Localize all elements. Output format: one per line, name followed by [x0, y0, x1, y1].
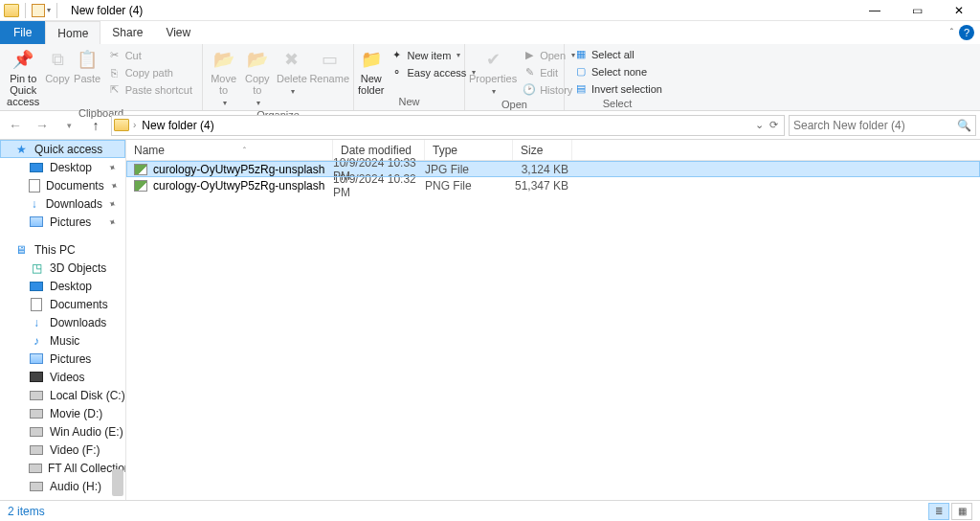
sidebar-item-ft-all[interactable]: FT All Collection [0, 459, 125, 477]
new-folder-button[interactable]: 📁 New folder [358, 46, 385, 96]
minimize-button[interactable]: ― [854, 0, 896, 21]
pin-icon: ✦ [106, 161, 118, 174]
column-headers: Nameˆ Date modified Type Size [126, 140, 980, 161]
pin-to-quick-access-button[interactable]: 📌 Pin to Quick access [4, 46, 42, 107]
column-type[interactable]: Type [425, 140, 513, 160]
copy-path-button[interactable]: ⎘Copy path [104, 64, 196, 80]
copy-path-icon: ⎘ [108, 66, 122, 79]
sidebar-item-desktop-pc[interactable]: Desktop [0, 277, 125, 295]
delete-button[interactable]: ✖ Delete▾ [274, 46, 309, 98]
sidebar-item-this-pc[interactable]: 🖥This PC [0, 240, 125, 259]
sidebar-item-win-audio-e[interactable]: Win Audio (E:) [0, 422, 125, 441]
separator [56, 3, 57, 18]
pictures-icon [30, 353, 43, 364]
recent-locations-button[interactable]: ▾ [57, 114, 80, 137]
select-all-button[interactable]: ▦Select all [570, 46, 666, 62]
chevron-right-icon[interactable]: › [133, 120, 136, 130]
sidebar-item-documents[interactable]: Documents✦ [0, 176, 125, 194]
sidebar-item-local-disk[interactable]: Local Disk (C:) [0, 386, 125, 404]
ribbon-group-select: ▦Select all ▢Select none ▤Invert selecti… [565, 44, 670, 110]
download-icon: ↓ [29, 316, 44, 329]
sidebar-item-documents-pc[interactable]: Documents [0, 295, 125, 313]
properties-button[interactable]: ✔ Properties▾ [469, 46, 517, 98]
search-box[interactable]: 🔍 [789, 115, 976, 136]
move-to-button[interactable]: 📂 Move to▾ [207, 46, 240, 109]
address-bar[interactable]: › New folder (4) ⌄ ⟳ [111, 115, 785, 136]
disk-icon [29, 464, 42, 473]
table-row[interactable]: curology-OyUtwyP5zRg-unsplash10/9/2024 1… [126, 161, 980, 177]
icons-view-button[interactable]: ▦ [951, 503, 972, 520]
image-thumbnail-icon [134, 164, 147, 175]
music-icon: ♪ [29, 334, 44, 348]
details-view-button[interactable]: ≣ [928, 503, 949, 520]
help-icon[interactable]: ? [959, 25, 974, 40]
sidebar-item-video-f[interactable]: Video (F:) [0, 441, 125, 459]
close-button[interactable]: ✕ [938, 0, 980, 21]
up-button[interactable]: ↑ [84, 114, 107, 137]
paste-shortcut-button[interactable]: ⇱Paste shortcut [104, 81, 196, 98]
tab-home[interactable]: Home [45, 21, 100, 44]
title-bar: ▾ New folder (4) ― ▭ ✕ [0, 0, 980, 21]
tab-file[interactable]: File [0, 21, 45, 44]
window-title: New folder (4) [65, 4, 143, 17]
sidebar-item-desktop[interactable]: Desktop✦ [0, 158, 125, 176]
tab-view[interactable]: View [154, 21, 202, 44]
cut-button[interactable]: ✂Cut [104, 47, 196, 63]
ribbon-group-new: 📁 New folder ✦New item▾ ⚬Easy access▾ Ne… [354, 44, 465, 110]
sidebar-item-movie-d[interactable]: Movie (D:) [0, 404, 125, 422]
sidebar-item-videos[interactable]: Videos [0, 368, 125, 386]
disk-icon [30, 482, 43, 491]
navigation-pane[interactable]: ★Quick access Desktop✦ Documents✦ ↓Downl… [0, 140, 126, 500]
pin-icon: ✦ [106, 215, 118, 229]
sort-indicator-icon: ˆ [243, 146, 246, 155]
group-label: Select [565, 98, 670, 110]
copy-icon: ⧉ [46, 48, 69, 71]
minimize-ribbon-icon[interactable]: ˆ [950, 28, 953, 38]
video-icon [30, 372, 43, 382]
maximize-button[interactable]: ▭ [896, 0, 938, 21]
desktop-icon [30, 163, 43, 172]
cut-icon: ✂ [108, 49, 122, 62]
desktop-icon [30, 282, 43, 291]
sidebar-item-downloads-pc[interactable]: ↓Downloads [0, 313, 125, 331]
status-bar: 2 items ≣ ▦ [0, 500, 980, 521]
download-icon: ↓ [29, 197, 40, 211]
sidebar-item-downloads[interactable]: ↓Downloads✦ [0, 194, 125, 213]
column-size[interactable]: Size [513, 140, 572, 160]
paste-button[interactable]: 📋 Paste [73, 46, 102, 84]
copy-to-button[interactable]: 📂 Copy to▾ [240, 46, 274, 109]
file-type: JPG File [425, 163, 513, 176]
sidebar-item-pictures[interactable]: Pictures✦ [0, 213, 125, 231]
app-icon [32, 4, 45, 17]
edit-icon: ✎ [523, 66, 536, 79]
sidebar-item-quick-access[interactable]: ★Quick access [0, 140, 125, 158]
refresh-icon[interactable]: ⟳ [769, 119, 778, 131]
scrollbar-thumb[interactable] [112, 469, 123, 496]
ribbon-group-organize: 📂 Move to▾ 📂 Copy to▾ ✖ Delete▾ ▭ Rename… [203, 44, 354, 110]
pin-icon: ✦ [107, 179, 119, 193]
navigation-bar: ← → ▾ ↑ › New folder (4) ⌄ ⟳ 🔍 [0, 111, 980, 140]
address-dropdown-icon[interactable]: ⌄ [755, 119, 764, 131]
copy-button[interactable]: ⧉ Copy [42, 46, 72, 84]
new-folder-icon: 📁 [360, 48, 383, 71]
sidebar-item-audio-h[interactable]: Audio (H:) [0, 477, 125, 495]
cube-icon: ◳ [29, 261, 44, 275]
sidebar-item-pictures-pc[interactable]: Pictures [0, 350, 125, 368]
new-item-icon: ✦ [390, 49, 404, 62]
tab-share[interactable]: Share [100, 21, 154, 44]
rename-button[interactable]: ▭ Rename [309, 46, 349, 84]
search-icon[interactable]: 🔍 [957, 119, 971, 132]
search-input[interactable] [793, 119, 957, 132]
select-none-button[interactable]: ▢Select none [570, 63, 666, 79]
qat-dropdown-icon[interactable]: ▾ [47, 6, 51, 14]
sidebar-item-music[interactable]: ♪Music [0, 331, 125, 350]
sidebar-item-3d-objects[interactable]: ◳3D Objects [0, 259, 125, 277]
table-row[interactable]: curology-OyUtwyP5zRg-unsplash10/9/2024 1… [126, 177, 980, 193]
disk-icon [30, 445, 43, 455]
breadcrumb[interactable]: New folder (4) [140, 119, 215, 132]
invert-selection-button[interactable]: ▤Invert selection [570, 80, 666, 97]
easy-access-icon: ⚬ [390, 66, 404, 79]
column-name[interactable]: Nameˆ [126, 140, 333, 160]
back-button[interactable]: ← [4, 114, 27, 137]
forward-button[interactable]: → [31, 114, 54, 137]
